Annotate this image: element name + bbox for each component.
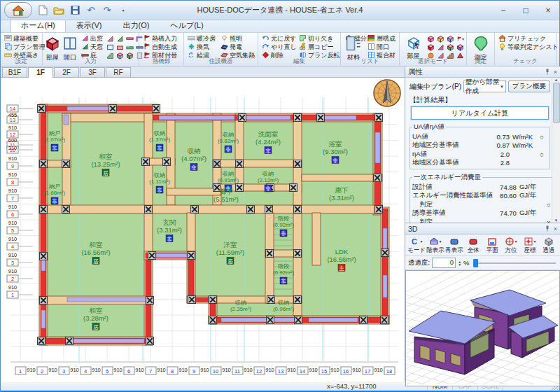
- notch-button[interactable]: 切り欠き: [297, 35, 342, 43]
- ribbon-group-label: 住設機器: [184, 57, 258, 66]
- grade-assist-button[interactable]: 等級判定アシスト: [496, 43, 559, 51]
- bed-green-icon[interactable]: [125, 43, 134, 51]
- building-overview-button[interactable]: 建築概要: [2, 35, 48, 43]
- editing-plan-select[interactable]: 壁から部屋作成 ▼: [463, 80, 506, 92]
- energy-section-title: 一次エネルギー消費量: [412, 173, 482, 182]
- redo-icon[interactable]: ↷: [101, 4, 113, 17]
- box-sky-icon[interactable]: [446, 35, 455, 43]
- opacity-input[interactable]: 0: [432, 258, 456, 268]
- measure-button[interactable]: 測定: [468, 34, 493, 58]
- transparent-3d-button[interactable]: 透過: [540, 236, 557, 255]
- wedge-pink3-icon[interactable]: [436, 43, 445, 51]
- lighting-button[interactable]: 照明: [218, 35, 257, 43]
- scroll-thumb[interactable]: [553, 83, 560, 123]
- whole-3d-button[interactable]: 全体: [465, 236, 482, 255]
- box-purple-icon[interactable]: [456, 43, 465, 51]
- new-file-icon[interactable]: [36, 4, 49, 17]
- pin-icon[interactable]: [545, 69, 550, 75]
- svg-text:玄関: 玄関: [163, 218, 176, 226]
- plan-summary-button[interactable]: プラン概要: [508, 80, 550, 92]
- slider-thumb[interactable]: [473, 259, 478, 267]
- attribute-panel-titlebar: 属性 ×: [405, 66, 560, 78]
- layer-copy-button[interactable]: 層コピー: [297, 43, 342, 51]
- svg-text:910: 910: [92, 367, 101, 373]
- box-pink-icon[interactable]: [426, 35, 435, 43]
- scroll-down-icon[interactable]: ▼: [554, 218, 559, 223]
- floor-tab-b1f[interactable]: B1F: [2, 67, 27, 77]
- svg-text:9: 9: [192, 368, 195, 374]
- floor-tab-1f[interactable]: 1F: [28, 67, 53, 78]
- undo-button[interactable]: 元に戻す: [260, 35, 296, 43]
- menu-tab-1[interactable]: 表示(V): [66, 18, 113, 32]
- ribbon-group-1: 入力部屋開口出窓天窓庇: [43, 33, 139, 66]
- maximize-button[interactable]: □: [514, 1, 537, 20]
- editing-plan-value: 壁から部屋作成: [465, 78, 500, 96]
- auto-generate-button[interactable]: 自動生成: [141, 43, 179, 51]
- scroll-up-icon[interactable]: ▲: [554, 78, 559, 82]
- 3d-viewport[interactable]: [405, 270, 560, 386]
- mode-3d-button[interactable]: C▾モード: [408, 236, 425, 255]
- svg-text:収納: 収納: [154, 130, 165, 136]
- layer-structure-button[interactable]: 層構成: [365, 35, 398, 43]
- floor-display-3d-button[interactable]: ▾階表示: [427, 236, 444, 255]
- select-room-button[interactable]: 部屋: [401, 34, 426, 58]
- panel-close-icon[interactable]: ×: [554, 225, 557, 232]
- box-red-icon[interactable]: [426, 43, 435, 51]
- box-yellow-icon[interactable]: [436, 35, 445, 43]
- close-button[interactable]: ×: [537, 1, 559, 20]
- direction-3d-button[interactable]: ▾方位: [503, 236, 519, 255]
- coordinate-3d-button[interactable]: ▾座標: [522, 236, 538, 255]
- floor-tab-rf[interactable]: RF: [106, 67, 131, 77]
- plan-canvas[interactable]: 納戸(1.07m²)非納戸(1.66m²)非和室(13.25m²)居収納(1.3…: [1, 78, 405, 382]
- frame-blue-icon[interactable]: [106, 43, 115, 51]
- flag-dd-icon[interactable]: ▾: [456, 35, 465, 43]
- svg-text:収納: 収納: [262, 171, 274, 177]
- floor-tab-2f[interactable]: 2F: [54, 67, 79, 77]
- wedge-pink2-icon[interactable]: [106, 35, 115, 43]
- redo-button[interactable]: やり直し: [260, 43, 296, 51]
- opening-button[interactable]: 開口: [62, 34, 78, 58]
- menu-tab-0[interactable]: ホーム(H): [10, 18, 66, 32]
- qat-more-icon[interactable]: ▾: [117, 4, 130, 17]
- svg-text:収納: 収納: [223, 171, 234, 177]
- redraw-3d-button[interactable]: 再表示: [446, 236, 463, 255]
- save-icon[interactable]: [69, 4, 81, 17]
- pv-button[interactable]: 発電: [218, 43, 257, 51]
- room-button[interactable]: 部屋: [44, 34, 61, 58]
- menu-tab-3[interactable]: ヘルプ(L): [160, 18, 214, 32]
- svg-text:居: 居: [93, 324, 99, 330]
- plane-3d-button[interactable]: 平面: [484, 236, 500, 255]
- app-menu-button[interactable]: [4, 2, 32, 18]
- attribute-scrollbar[interactable]: ▲ ▼: [552, 78, 560, 223]
- svg-text:主: 主: [339, 265, 344, 272]
- opening-list-button[interactable]: 開口: [365, 43, 398, 51]
- ventilation-button[interactable]: 換気: [186, 43, 218, 51]
- skylight-button[interactable]: 天窓: [79, 43, 105, 51]
- wedge-green2-icon[interactable]: [115, 35, 125, 43]
- pin-icon[interactable]: [545, 225, 550, 232]
- box-green3-icon[interactable]: [446, 43, 455, 51]
- plan-manage-button[interactable]: プラン管理: [2, 43, 48, 51]
- bay-window-button[interactable]: 出窓: [79, 35, 105, 43]
- panel-close-icon[interactable]: ×: [554, 69, 557, 76]
- opacity-stepper[interactable]: ▲▼: [458, 260, 461, 266]
- undo-icon[interactable]: ↶: [85, 4, 97, 17]
- pre-check-button[interactable]: プリチェック: [496, 35, 559, 43]
- realtime-calc-button[interactable]: リアルタイム計算: [411, 106, 549, 120]
- opacity-slider[interactable]: [472, 258, 557, 268]
- compass-icon: [374, 80, 400, 106]
- thermal-bridge-input-button[interactable]: 熱橋入力: [141, 35, 179, 43]
- material-button[interactable]: 材料: [342, 34, 365, 58]
- button-label: 全体: [468, 246, 479, 255]
- svg-text:910: 910: [8, 188, 18, 194]
- heating-cooling-button[interactable]: 暖冷房: [186, 35, 218, 43]
- svg-text:910: 910: [8, 284, 18, 290]
- attr-row: エネルギー消費性能基準値80.60GJ/年: [412, 192, 554, 201]
- ledge-tan-icon[interactable]: [125, 35, 134, 43]
- 3d-toolbar: C▾モード▾階表示再表示全体平面▾方位▾座標透過: [405, 234, 560, 256]
- menu-tab-2[interactable]: 出力(O): [112, 18, 160, 32]
- open-file-icon[interactable]: [52, 4, 65, 17]
- block-tan-icon[interactable]: [115, 43, 125, 51]
- floor-tab-3f[interactable]: 3F: [80, 67, 105, 77]
- minimize-button[interactable]: −: [492, 1, 514, 20]
